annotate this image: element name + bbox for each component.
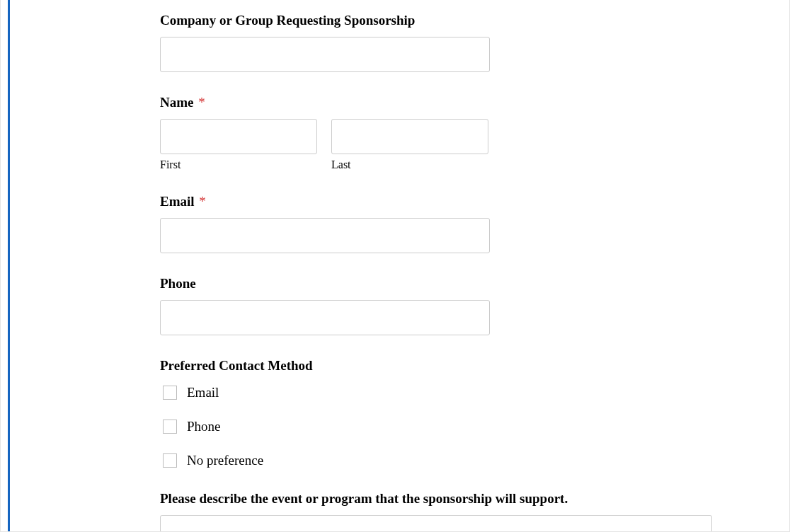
description-field-group: Please describe the event or program tha… — [160, 491, 761, 532]
name-field-group: Name * First Last — [160, 95, 761, 171]
phone-input[interactable] — [160, 300, 490, 335]
contact-option-nopref: No preference — [160, 453, 761, 468]
first-name-sublabel: First — [160, 158, 317, 171]
required-mark: * — [198, 95, 205, 110]
phone-field-group: Phone — [160, 276, 761, 335]
first-name-col: First — [160, 119, 317, 171]
phone-label: Phone — [160, 276, 761, 291]
form-page: Company or Group Requesting Sponsorship … — [0, 0, 790, 532]
first-name-input[interactable] — [160, 119, 317, 154]
name-label: Name * — [160, 95, 761, 110]
required-mark: * — [199, 194, 206, 209]
email-input[interactable] — [160, 218, 490, 253]
email-label-text: Email — [160, 194, 195, 209]
contact-email-label[interactable]: Email — [187, 385, 219, 400]
contact-method-group: Preferred Contact Method Email Phone No … — [160, 358, 761, 468]
name-row: First Last — [160, 119, 761, 171]
last-name-sublabel: Last — [331, 158, 488, 171]
contact-nopref-label[interactable]: No preference — [187, 453, 263, 468]
email-label: Email * — [160, 194, 761, 209]
contact-phone-label[interactable]: Phone — [187, 419, 221, 434]
email-field-group: Email * — [160, 194, 761, 253]
contact-method-options: Email Phone No preference — [160, 385, 761, 468]
contact-phone-checkbox[interactable] — [163, 420, 177, 434]
company-input[interactable] — [160, 37, 490, 72]
name-label-text: Name — [160, 95, 193, 110]
last-name-col: Last — [331, 119, 488, 171]
company-label: Company or Group Requesting Sponsorship — [160, 13, 761, 28]
description-input[interactable] — [160, 515, 712, 532]
company-field-group: Company or Group Requesting Sponsorship — [160, 13, 761, 72]
contact-option-phone: Phone — [160, 419, 761, 434]
form-container: Company or Group Requesting Sponsorship … — [1, 0, 789, 532]
last-name-input[interactable] — [331, 119, 488, 154]
contact-method-label: Preferred Contact Method — [160, 358, 761, 374]
contact-nopref-checkbox[interactable] — [163, 453, 177, 468]
contact-option-email: Email — [160, 385, 761, 400]
accent-bar — [8, 0, 10, 531]
contact-email-checkbox[interactable] — [163, 386, 177, 400]
description-label: Please describe the event or program tha… — [160, 491, 761, 507]
